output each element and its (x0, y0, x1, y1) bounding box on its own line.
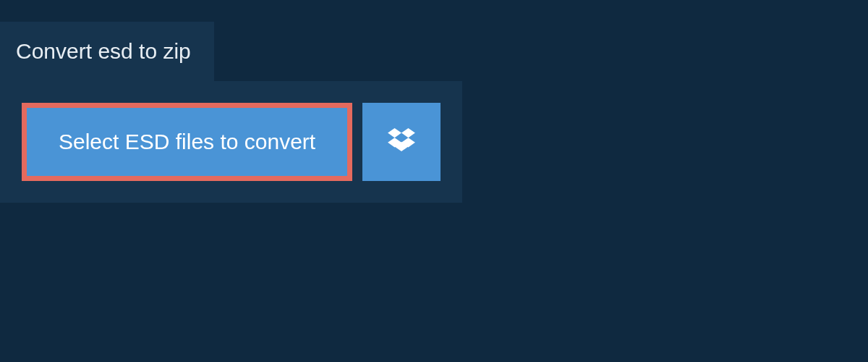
select-files-label: Select ESD files to convert (59, 130, 315, 154)
dropbox-button[interactable] (362, 103, 441, 181)
tab-title: Convert esd to zip (0, 22, 214, 81)
tab-title-text: Convert esd to zip (16, 39, 191, 63)
select-files-button[interactable]: Select ESD files to convert (22, 103, 352, 181)
action-panel: Select ESD files to convert (0, 81, 462, 203)
dropbox-icon (388, 128, 415, 156)
